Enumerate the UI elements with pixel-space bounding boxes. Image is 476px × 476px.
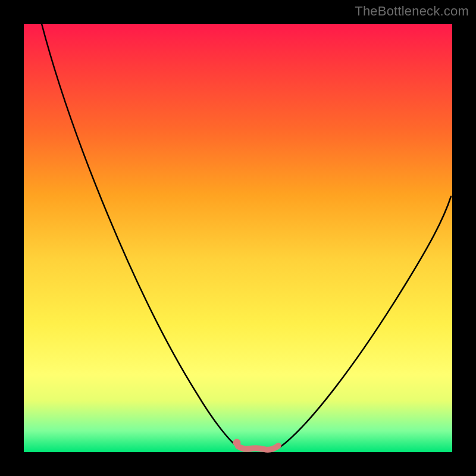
right-curve [280, 196, 451, 447]
chart-frame: TheBottleneck.com [0, 0, 476, 476]
valley-floor [238, 446, 278, 450]
left-curve [42, 24, 238, 447]
chart-svg [0, 0, 476, 476]
valley-start-dot [233, 439, 241, 447]
